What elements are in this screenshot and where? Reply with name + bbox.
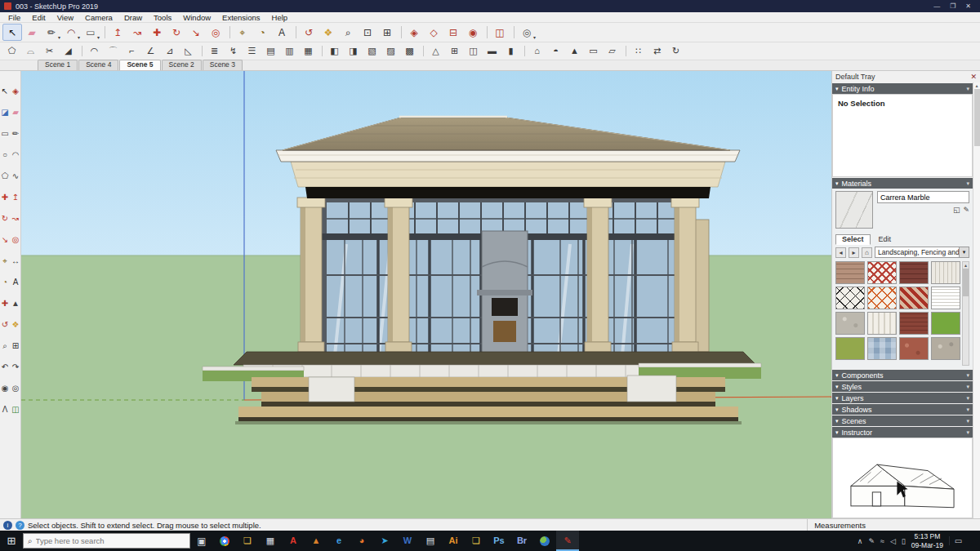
menu-window[interactable]: Window — [177, 13, 216, 22]
modeling-viewport[interactable] — [21, 71, 831, 518]
fence-tool[interactable]: ▤ ▾ — [261, 43, 280, 59]
back-icon[interactable]: ◂ — [835, 247, 846, 258]
pan-tool[interactable]: ❖ ▾ — [318, 24, 338, 41]
panel-scenes[interactable]: ▾ Scenes ▾ — [832, 415, 973, 426]
shade-left-tool[interactable]: ◧ ▾ — [325, 43, 344, 59]
line-tool[interactable]: ✏ ▾ — [42, 24, 61, 41]
panel-tool[interactable]: ◫ ▾ — [464, 43, 483, 59]
material-name-field[interactable] — [877, 191, 969, 203]
edge-icon[interactable]: e — [327, 531, 350, 551]
arc-tool[interactable]: ◠ — [11, 144, 20, 165]
menu-file[interactable]: File — [2, 13, 26, 22]
menu-tools[interactable]: Tools — [148, 13, 177, 22]
forward-icon[interactable]: ▸ — [849, 247, 859, 258]
orbit-tool[interactable]: ↺ — [0, 314, 10, 335]
swatch-grass-olive[interactable] — [835, 337, 865, 360]
taper-face-tool[interactable]: ◢ ▾ — [59, 43, 78, 59]
swatch-tile-blue-check[interactable] — [867, 337, 897, 360]
chrome-icon[interactable] — [213, 531, 236, 551]
roof-tool[interactable]: ⌂ ▾ — [528, 43, 546, 59]
swatch-weave-terracotta[interactable] — [899, 287, 929, 309]
offset-edges-tool[interactable]: ⬠ ▾ — [2, 43, 21, 59]
swatch-grass-green[interactable] — [931, 312, 960, 335]
word-icon[interactable]: W — [396, 531, 419, 551]
section-plane-tool[interactable]: ◫ — [11, 399, 20, 420]
arc-tool[interactable]: ◠ ▾ — [61, 24, 81, 41]
display-secondary-pane-icon[interactable]: ◱ — [953, 206, 960, 214]
swatch-siding-white[interactable] — [931, 261, 960, 284]
panel-components[interactable]: ▾ Components ▾ — [832, 370, 973, 380]
railing-tool[interactable]: ☰ ▾ — [243, 43, 261, 59]
panel-menu-icon[interactable]: ▾ — [966, 429, 969, 436]
section-plane-tool[interactable]: ◫ ▾ — [490, 24, 510, 41]
rectangle-tool[interactable]: ▭ — [0, 123, 10, 144]
paint-bucket-tool[interactable]: ◪ — [0, 102, 10, 122]
task-view-button[interactable]: ▣ — [190, 531, 213, 551]
swatch-gravel-gray[interactable] — [931, 337, 960, 360]
volume-tray-icon[interactable]: ◁ — [890, 537, 896, 545]
offset-tool[interactable]: ◎ ▾ — [206, 24, 225, 41]
notepad-icon[interactable]: ▤ — [419, 531, 442, 551]
panel-materials[interactable]: ▾ Materials ▾ — [832, 178, 973, 189]
scene-tab-4[interactable]: Scene 4 — [78, 60, 118, 70]
position-camera-tool[interactable]: ◉ — [0, 378, 10, 398]
rotate-array-tool[interactable]: ↻ ▾ — [666, 43, 685, 59]
move-tool[interactable]: ✚ ▾ — [147, 24, 167, 41]
lattice-tool[interactable]: ▦ ▾ — [299, 43, 318, 59]
file-explorer-icon[interactable]: ❏ — [236, 531, 259, 551]
material-category-dropdown[interactable]: Landscaping, Fencing and Ve ▾ — [875, 247, 969, 258]
stairs-tool[interactable]: ≣ ▾ — [205, 43, 224, 59]
axes-tool[interactable]: ✚ — [0, 293, 10, 313]
chamfer-tool[interactable]: ∠ ▾ — [141, 43, 160, 59]
component-options-tool[interactable]: ◇ ▾ — [424, 24, 443, 41]
wall-tool[interactable]: ▭ ▾ — [584, 43, 603, 59]
protractor-tool[interactable]: ◔ ▾ — [252, 24, 272, 41]
sketchup-icon[interactable]: ✎ — [556, 531, 579, 551]
scene-tab-2[interactable]: Scene 2 — [162, 60, 202, 70]
pushpull-tool[interactable]: ↥ — [11, 187, 20, 207]
truss-tool[interactable]: △ ▾ — [426, 43, 445, 59]
extrude-profile-tool[interactable]: ⌓ ▾ — [21, 43, 40, 59]
eraser-tool[interactable]: ▰ ▾ — [22, 24, 42, 41]
line-tool[interactable]: ✏ — [11, 123, 20, 144]
scroll-up-icon[interactable]: ▴ — [975, 82, 978, 88]
hidden-icons-chevron[interactable]: ∧ — [858, 537, 863, 545]
chevron-down-icon[interactable]: ▾ — [959, 247, 969, 257]
pyramid-tool[interactable]: ▲ ▾ — [565, 43, 584, 59]
pen-tray-icon[interactable]: ✎ — [868, 537, 875, 545]
sample-paint-icon[interactable]: ✎ — [963, 206, 969, 214]
maximize-button[interactable]: ❐ — [950, 2, 956, 10]
acrobat-icon[interactable]: A — [282, 531, 305, 551]
floor-tool[interactable]: ▱ ▾ — [603, 43, 621, 59]
rectangle-tool[interactable]: ▭ ▾ — [81, 24, 100, 41]
tape-measure-tool[interactable]: ⌖ ▾ — [233, 24, 252, 41]
select-tool[interactable]: ↖ — [0, 81, 10, 101]
panel-menu-icon[interactable]: ▾ — [966, 372, 969, 379]
offset-tool[interactable]: ◎ — [11, 229, 20, 250]
panel-menu-icon[interactable]: ▾ — [966, 418, 969, 424]
text-tool[interactable]: A — [11, 272, 20, 292]
panel-menu-icon[interactable]: ▾ — [966, 407, 969, 413]
freehand-tool[interactable]: ∿ — [11, 166, 20, 186]
threed-text-tool[interactable]: ▲ — [11, 293, 20, 313]
scale-tool[interactable]: ↘ ▾ — [186, 24, 206, 41]
swatch-fence-white[interactable] — [867, 312, 897, 335]
rotate-tool[interactable]: ↻ — [0, 208, 10, 229]
eraser-tool[interactable]: ▰ — [11, 102, 20, 122]
menu-camera[interactable]: Camera — [79, 13, 118, 22]
menu-draw[interactable]: Draw — [118, 13, 148, 22]
active-material-thumbnail[interactable] — [835, 191, 873, 229]
panel-menu-icon[interactable]: ▾ — [966, 86, 969, 92]
scene-tab-1[interactable]: Scene 1 — [38, 60, 78, 70]
materials-tab-edit[interactable]: Edit — [872, 234, 898, 245]
beam-tool[interactable]: ▬ ▾ — [483, 43, 501, 59]
pushpull-tool[interactable]: ↥ ▾ — [108, 24, 127, 41]
action-center-button[interactable]: ▭ — [949, 536, 967, 545]
slope-face-tool[interactable]: ⊿ ▾ — [160, 43, 179, 59]
battery-tray-icon[interactable]: ▯ — [902, 537, 906, 545]
close-tray-button[interactable]: ✕ — [970, 73, 977, 81]
array-tool[interactable]: ∷ ▾ — [629, 43, 648, 59]
help-icon[interactable]: ? — [16, 521, 24, 530]
make-component-tool[interactable]: ◈ — [11, 81, 20, 101]
panel-layers[interactable]: ▾ Layers ▾ — [832, 393, 973, 403]
